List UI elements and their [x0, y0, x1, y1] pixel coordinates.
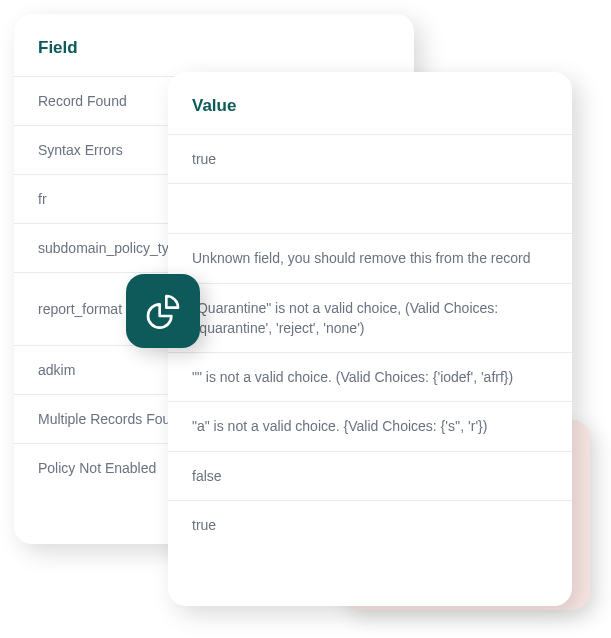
value-row-text: true [192, 149, 216, 169]
value-row-text: "a" is not a valid choice. {Valid Choice… [192, 416, 487, 436]
field-row-label: Policy Not Enabled [38, 458, 156, 478]
value-card: Value true Unknown field, you should rem… [168, 72, 572, 606]
value-row-text: "" is not a valid choice. (Valid Choices… [192, 367, 513, 387]
value-row-text: true [192, 515, 216, 535]
chart-icon-badge [126, 274, 200, 348]
field-row-label: adkim [38, 360, 75, 380]
field-row-label: report_format [38, 299, 122, 319]
value-row: "" is not a valid choice. (Valid Choices… [168, 352, 572, 401]
field-card-header: Field [14, 14, 414, 76]
field-row-label: Record Found [38, 91, 127, 111]
value-row-text: "Quarantine" is not a valid choice, (Val… [192, 298, 548, 339]
value-row: false [168, 451, 572, 500]
value-card-header: Value [168, 72, 572, 134]
value-row: true [168, 500, 572, 549]
field-row-label: fr [38, 189, 47, 209]
value-row: Unknown field, you should remove this fr… [168, 233, 572, 282]
value-row [168, 183, 572, 233]
value-row: "a" is not a valid choice. {Valid Choice… [168, 401, 572, 450]
field-row-label: Multiple Records Found [38, 409, 186, 429]
field-row-label: Syntax Errors [38, 140, 123, 160]
value-row: "Quarantine" is not a valid choice, (Val… [168, 283, 572, 353]
value-row-text: Unknown field, you should remove this fr… [192, 248, 531, 268]
pie-chart-icon [143, 291, 183, 331]
value-row-text: false [192, 466, 222, 486]
value-row: true [168, 134, 572, 183]
field-row-label: subdomain_policy_type [38, 238, 184, 258]
